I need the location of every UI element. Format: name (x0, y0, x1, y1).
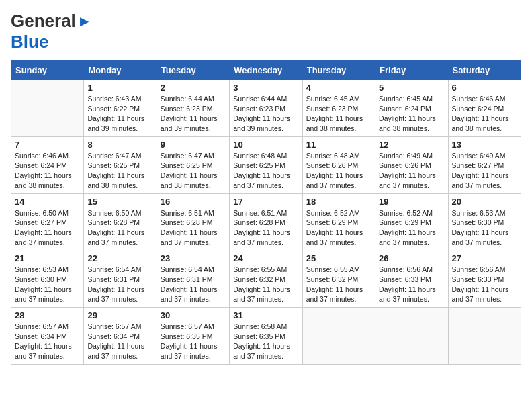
day-info: Sunrise: 6:53 AMSunset: 6:30 PMDaylight:… (452, 208, 517, 248)
day-number: 12 (379, 140, 444, 150)
calendar-header-wednesday: Wednesday (230, 61, 302, 80)
calendar-cell-1-7: 6Sunrise: 6:46 AMSunset: 6:24 PMDaylight… (448, 80, 521, 137)
calendar-cell-1-3: 2Sunrise: 6:44 AMSunset: 6:23 PMDaylight… (157, 80, 229, 137)
day-number: 21 (15, 253, 80, 263)
day-info: Sunrise: 6:52 AMSunset: 6:29 PMDaylight:… (379, 208, 444, 248)
calendar-cell-3-3: 16Sunrise: 6:51 AMSunset: 6:28 PMDayligh… (157, 193, 229, 250)
day-number: 30 (161, 310, 226, 320)
day-info: Sunrise: 6:57 AMSunset: 6:35 PMDaylight:… (161, 322, 226, 361)
day-info: Sunrise: 6:54 AMSunset: 6:31 PMDaylight:… (161, 265, 226, 304)
day-number: 29 (87, 310, 152, 320)
calendar-header-friday: Friday (375, 61, 448, 80)
calendar-cell-5-7 (448, 308, 521, 365)
calendar-header-saturday: Saturday (448, 61, 521, 80)
day-number: 10 (233, 140, 298, 150)
calendar-cell-5-2: 29Sunrise: 6:57 AMSunset: 6:34 PMDayligh… (84, 308, 157, 365)
day-info: Sunrise: 6:53 AMSunset: 6:30 PMDaylight:… (15, 265, 80, 304)
calendar-week-5: 28Sunrise: 6:57 AMSunset: 6:34 PMDayligh… (11, 308, 521, 365)
calendar-cell-1-1 (11, 80, 84, 137)
calendar-week-4: 21Sunrise: 6:53 AMSunset: 6:30 PMDayligh… (11, 250, 521, 308)
calendar-cell-4-4: 24Sunrise: 6:55 AMSunset: 6:32 PMDayligh… (230, 250, 302, 308)
day-info: Sunrise: 6:45 AMSunset: 6:23 PMDaylight:… (306, 94, 371, 134)
calendar-cell-2-3: 9Sunrise: 6:47 AMSunset: 6:25 PMDaylight… (157, 136, 229, 193)
calendar-cell-4-5: 25Sunrise: 6:55 AMSunset: 6:32 PMDayligh… (302, 250, 375, 308)
day-number: 14 (15, 197, 80, 207)
day-number: 7 (15, 140, 80, 150)
day-info: Sunrise: 6:49 AMSunset: 6:27 PMDaylight:… (452, 151, 517, 191)
day-info: Sunrise: 6:50 AMSunset: 6:28 PMDaylight:… (87, 208, 152, 248)
day-info: Sunrise: 6:45 AMSunset: 6:24 PMDaylight:… (379, 94, 444, 134)
calendar-cell-3-2: 15Sunrise: 6:50 AMSunset: 6:28 PMDayligh… (84, 193, 157, 250)
day-number: 8 (87, 140, 152, 150)
day-info: Sunrise: 6:47 AMSunset: 6:25 PMDaylight:… (87, 151, 152, 191)
day-info: Sunrise: 6:46 AMSunset: 6:24 PMDaylight:… (452, 94, 517, 134)
calendar-header-thursday: Thursday (302, 61, 375, 80)
day-info: Sunrise: 6:55 AMSunset: 6:32 PMDaylight:… (306, 265, 371, 304)
day-number: 24 (233, 253, 298, 263)
calendar-cell-5-6 (375, 308, 448, 365)
day-info: Sunrise: 6:57 AMSunset: 6:34 PMDaylight:… (15, 322, 80, 361)
day-number: 3 (233, 83, 298, 93)
calendar-cell-1-6: 5Sunrise: 6:45 AMSunset: 6:24 PMDaylight… (375, 80, 448, 137)
day-info: Sunrise: 6:46 AMSunset: 6:24 PMDaylight:… (15, 151, 80, 191)
calendar-cell-2-6: 12Sunrise: 6:49 AMSunset: 6:26 PMDayligh… (375, 136, 448, 193)
day-number: 2 (161, 83, 226, 93)
day-number: 13 (452, 140, 517, 150)
day-number: 4 (306, 83, 371, 93)
day-number: 31 (233, 310, 298, 320)
calendar-cell-4-1: 21Sunrise: 6:53 AMSunset: 6:30 PMDayligh… (11, 250, 84, 308)
calendar-cell-1-4: 3Sunrise: 6:44 AMSunset: 6:23 PMDaylight… (230, 80, 302, 137)
calendar-cell-3-4: 17Sunrise: 6:51 AMSunset: 6:28 PMDayligh… (230, 193, 302, 250)
calendar-cell-2-5: 11Sunrise: 6:48 AMSunset: 6:26 PMDayligh… (302, 136, 375, 193)
day-info: Sunrise: 6:44 AMSunset: 6:23 PMDaylight:… (233, 94, 298, 134)
day-number: 15 (87, 197, 152, 207)
calendar-cell-5-1: 28Sunrise: 6:57 AMSunset: 6:34 PMDayligh… (11, 308, 84, 365)
day-info: Sunrise: 6:52 AMSunset: 6:29 PMDaylight:… (306, 208, 371, 248)
calendar-cell-5-4: 31Sunrise: 6:58 AMSunset: 6:35 PMDayligh… (230, 308, 302, 365)
calendar-cell-4-2: 22Sunrise: 6:54 AMSunset: 6:31 PMDayligh… (84, 250, 157, 308)
day-number: 5 (379, 83, 444, 93)
day-info: Sunrise: 6:47 AMSunset: 6:25 PMDaylight:… (161, 151, 226, 191)
day-info: Sunrise: 6:43 AMSunset: 6:22 PMDaylight:… (87, 94, 152, 134)
day-number: 27 (452, 253, 517, 263)
page-header: General ► Blue (11, 11, 521, 52)
day-number: 22 (87, 253, 152, 263)
day-number: 6 (452, 83, 517, 93)
day-info: Sunrise: 6:48 AMSunset: 6:25 PMDaylight:… (233, 151, 298, 191)
calendar-cell-3-7: 20Sunrise: 6:53 AMSunset: 6:30 PMDayligh… (448, 193, 521, 250)
day-number: 18 (306, 197, 371, 207)
day-info: Sunrise: 6:56 AMSunset: 6:33 PMDaylight:… (452, 265, 517, 304)
calendar-cell-2-7: 13Sunrise: 6:49 AMSunset: 6:27 PMDayligh… (448, 136, 521, 193)
calendar-cell-2-2: 8Sunrise: 6:47 AMSunset: 6:25 PMDaylight… (84, 136, 157, 193)
day-number: 9 (161, 140, 226, 150)
calendar-cell-3-6: 19Sunrise: 6:52 AMSunset: 6:29 PMDayligh… (375, 193, 448, 250)
day-number: 17 (233, 197, 298, 207)
calendar-header-tuesday: Tuesday (157, 61, 229, 80)
logo-general-text: General (11, 11, 76, 32)
day-number: 16 (161, 197, 226, 207)
day-number: 1 (87, 83, 152, 93)
calendar-table: SundayMondayTuesdayWednesdayThursdayFrid… (11, 60, 521, 365)
logo-blue-text: Blue (11, 32, 48, 52)
calendar-week-3: 14Sunrise: 6:50 AMSunset: 6:27 PMDayligh… (11, 193, 521, 250)
day-number: 28 (15, 310, 80, 320)
calendar-cell-5-3: 30Sunrise: 6:57 AMSunset: 6:35 PMDayligh… (157, 308, 229, 365)
calendar-cell-3-5: 18Sunrise: 6:52 AMSunset: 6:29 PMDayligh… (302, 193, 375, 250)
calendar-week-2: 7Sunrise: 6:46 AMSunset: 6:24 PMDaylight… (11, 136, 521, 193)
calendar-header-monday: Monday (84, 61, 157, 80)
calendar-cell-5-5 (302, 308, 375, 365)
logo-arrow-icon: ► (77, 13, 92, 30)
calendar-header-row: SundayMondayTuesdayWednesdayThursdayFrid… (11, 61, 521, 80)
day-info: Sunrise: 6:57 AMSunset: 6:34 PMDaylight:… (87, 322, 152, 361)
calendar-cell-1-2: 1Sunrise: 6:43 AMSunset: 6:22 PMDaylight… (84, 80, 157, 137)
day-number: 23 (161, 253, 226, 263)
day-number: 20 (452, 197, 517, 207)
day-info: Sunrise: 6:55 AMSunset: 6:32 PMDaylight:… (233, 265, 298, 304)
day-info: Sunrise: 6:51 AMSunset: 6:28 PMDaylight:… (161, 208, 226, 248)
calendar-week-1: 1Sunrise: 6:43 AMSunset: 6:22 PMDaylight… (11, 80, 521, 137)
calendar-cell-4-6: 26Sunrise: 6:56 AMSunset: 6:33 PMDayligh… (375, 250, 448, 308)
day-info: Sunrise: 6:49 AMSunset: 6:26 PMDaylight:… (379, 151, 444, 191)
day-info: Sunrise: 6:56 AMSunset: 6:33 PMDaylight:… (379, 265, 444, 304)
day-info: Sunrise: 6:51 AMSunset: 6:28 PMDaylight:… (233, 208, 298, 248)
calendar-cell-1-5: 4Sunrise: 6:45 AMSunset: 6:23 PMDaylight… (302, 80, 375, 137)
